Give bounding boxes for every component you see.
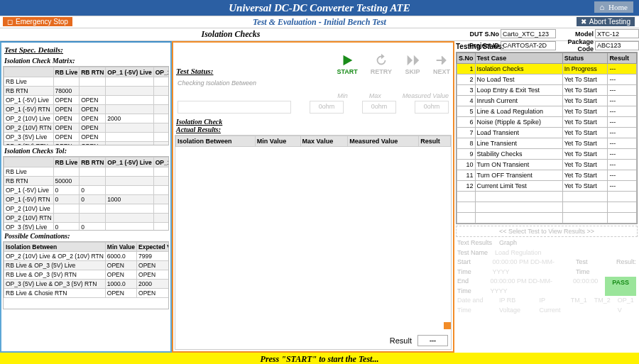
skip-button[interactable]: SKIP [405,53,420,75]
checking-isolation-label: Checking Isolation Between [173,77,453,89]
table-row[interactable]: RB Live & OP_3 (5V) RTNOPENOPENOPEN [4,270,170,280]
table-row[interactable]: OP_3 (5V) Live00 [4,223,170,231]
model-field[interactable] [595,29,639,38]
subheader: ◻ Emergency Stop Test & Evaluation - Ini… [0,16,639,28]
table-row[interactable]: OP_2 (10V) Live & OP_2 (10V) RTN6000.079… [4,252,170,261]
table-row[interactable]: OP_1 (-5V) RTN001000 [4,195,170,204]
home-button[interactable]: ⌂ Home [594,1,634,13]
max-label: Max [369,92,381,99]
home-label: Home [608,3,628,11]
footer-hint: Press "START" to start the Test... [0,353,639,364]
test-case-row[interactable]: 1Isolation ChecksIn Progress--- [457,64,637,75]
table-row[interactable]: OP_1 (-5V) LiveOPENOPEN [4,96,170,105]
tolerance-grid[interactable]: RB LiveRB RTNOP_1 (-5V) LiveOP_1 (-5V) R… [3,156,169,231]
test-case-row[interactable]: 5Line & Load RegulationYet To Start--- [457,106,637,117]
next-icon [434,53,449,68]
dut-meta: DUT S.No Model Project ID Package Code [462,28,639,40]
tolerance-title: Isolation Checks Tol: [1,145,170,156]
test-status-panel: Test Status: START RETRY SKIP NEXT [172,41,454,353]
section-title: Isolation Checks [0,28,462,40]
min-value-box: 0ohm [310,101,344,114]
actual-results-grid[interactable]: Isolation BetweenMin ValueMax ValueMeasu… [175,135,452,350]
table-row[interactable]: RB Live & Chosie RTNOPENOPENOPEN [4,289,170,298]
test-case-row[interactable]: 11Turn OFF TransientYet To Start--- [457,170,637,181]
test-case-table[interactable]: S.NoTest CaseStatusResult1Isolation Chec… [456,52,638,224]
next-button[interactable]: NEXT [433,53,450,75]
min-label: Min [337,92,348,99]
model-label: Model [556,31,595,38]
table-row[interactable]: RB Live [4,167,170,177]
results-placeholder: Text ResultsGraph Test NameLoad Regulati… [456,237,638,316]
retry-icon [373,53,389,68]
table-row[interactable]: RB Live & OP_3 (5V) LiveOPENOPENOPEN [4,261,170,270]
test-list-panel: Testing Staus: S.NoTest CaseStatusResult… [454,41,639,353]
table-row[interactable]: OP_2 (10V) RTN [4,214,170,223]
spec-panel: Test Spec. Details: Isolation Check Matr… [0,41,172,353]
table-row[interactable]: OP_3 (5V) Live & OP_3 (5V) RTN1000.02000… [4,280,170,289]
play-icon [339,53,355,68]
page-title: Test & Evaluation - Initial Bench Test [253,17,386,28]
combinations-title: Possible Cominations: [1,231,170,241]
skip-icon [405,53,420,68]
table-row[interactable]: RB RTN50000 [4,177,170,186]
abort-testing-button[interactable]: ✖ Abort Testing [577,17,635,26]
emergency-label: Emergency Stop [16,18,68,26]
context-row: Isolation Checks DUT S.No Model Project … [0,28,639,41]
table-row[interactable]: OP_1 (-5V) Live00 [4,186,170,195]
max-value-box: 0ohm [362,101,396,114]
dut-sno-field[interactable] [501,29,556,38]
table-row[interactable]: OP_2 (10V) RTNOPENOPEN [4,123,170,133]
table-row[interactable]: OP_1 (-5V) RTNOPENOPEN [4,105,170,114]
dut-sno-label: DUT S.No [462,31,501,38]
actual-results-label: Actual Results: [173,126,453,133]
table-row[interactable]: RB Live [4,77,170,87]
scroll-marker [444,322,451,329]
test-case-row[interactable]: 9Stability ChecksYet To Start--- [457,149,637,160]
test-case-row[interactable]: 4Inrush CurrentYet To Start--- [457,96,637,106]
test-case-row[interactable]: 2No Load TestYet To Start--- [457,75,637,85]
close-icon: ✖ [581,18,586,26]
table-row[interactable]: OP_2 (10V) LiveOPENOPEN2000 [4,114,170,123]
test-case-row[interactable]: 8Line TransientYet To Start--- [457,138,637,149]
testing-status-label: Testing Staus: [456,41,638,52]
abort-label: Abort Testing [589,18,630,26]
result-value: --- [417,335,448,346]
test-case-row[interactable]: 10Turn ON TransientYet To Start--- [457,160,637,170]
stop-icon: ◻ [7,18,13,26]
table-row[interactable]: OP_2 (10V) Live [4,204,170,214]
test-case-row[interactable]: 7Load TransientYet To Start--- [457,128,637,138]
home-icon: ⌂ [600,3,605,11]
retry-button[interactable]: RETRY [371,53,392,75]
start-button[interactable]: START [337,53,357,75]
spec-header: Test Spec. Details: [1,44,170,55]
matrix-title: Isolation Check Matrix: [1,55,170,66]
isolation-check-label: Isolation Check [173,114,453,126]
test-case-row[interactable]: 12Current Limit TestYet To Start--- [457,181,637,192]
select-test-hint: << Select Test to View Results >> [456,226,638,237]
app-title: Universal DC-DC Converter Testing ATE [229,2,410,14]
test-case-row[interactable]: 3Loop Entry & Exit TestYet To Start--- [457,85,637,96]
test-case-row[interactable]: 6Noise (Ripple & Spike)Yet To Start--- [457,117,637,128]
matrix-grid[interactable]: RB LiveRB RTNOP_1 (-5V) LiveOP_1 (-5V) R… [3,66,169,145]
result-label: Result [390,336,412,345]
app-header: Universal DC-DC Converter Testing ATE ⌂ … [0,0,639,16]
combinations-grid[interactable]: Isolation BetweenMin ValueExpected Value… [3,241,169,309]
measured-label: Measured Value [403,92,449,99]
measured-value-box: 0ohm [415,101,449,114]
table-row[interactable]: OP_3 (5V) LiveOPENOPEN [4,133,170,142]
test-status-header: Test Status: [176,67,213,75]
emergency-stop-button[interactable]: ◻ Emergency Stop [3,17,72,26]
table-row[interactable]: RB RTN78000 [4,87,170,96]
isolation-between-box [178,101,291,114]
